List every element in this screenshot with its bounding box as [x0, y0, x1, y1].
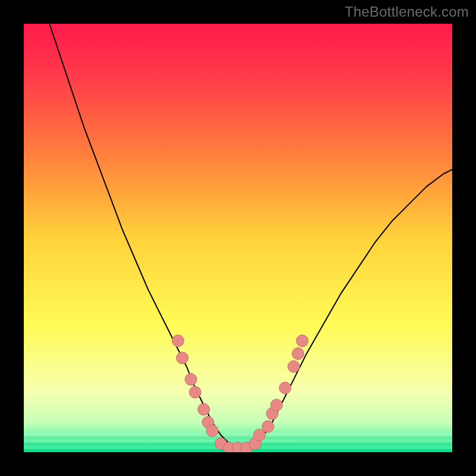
chart-background	[24, 24, 452, 452]
data-point	[296, 335, 308, 347]
chart-plot-area	[24, 24, 452, 452]
chart-svg	[24, 24, 452, 452]
green-band	[24, 436, 452, 440]
data-point	[206, 425, 218, 437]
data-point	[198, 403, 209, 415]
data-point	[172, 335, 184, 347]
data-point	[288, 361, 300, 372]
data-point	[189, 386, 201, 398]
chart-container: TheBottleneck.com	[0, 0, 476, 476]
data-point	[176, 352, 188, 364]
watermark-text: TheBottleneck.com	[345, 4, 469, 20]
data-point	[279, 382, 291, 394]
data-point	[271, 399, 283, 411]
data-point	[262, 421, 274, 433]
data-point	[292, 347, 304, 359]
data-point	[185, 374, 197, 386]
green-band	[24, 433, 452, 437]
